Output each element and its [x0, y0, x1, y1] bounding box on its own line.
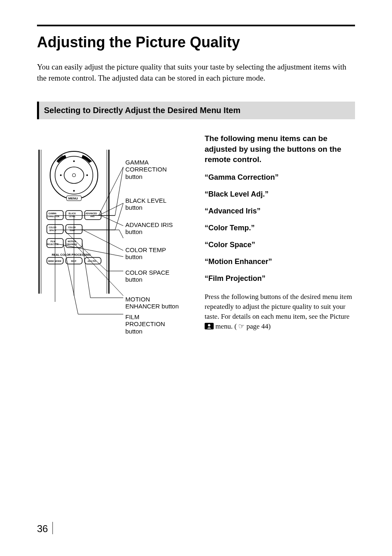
svg-point-10 [60, 174, 62, 176]
remote-illustration: LENS RESET MENU GAMMA CORRECTION BLACK L… [37, 150, 111, 294]
svg-text:RCP: RCP [71, 260, 76, 262]
svg-text:SPACE: SPACE [49, 229, 57, 232]
page-number: 36 [37, 522, 53, 535]
callout-film-projection: FILMPROJECTIONbutton [125, 313, 165, 335]
svg-text:COLOR: COLOR [68, 226, 76, 229]
body-pre: Press the following buttons of the desir… [205, 293, 352, 320]
svg-text:BLACK: BLACK [69, 212, 76, 215]
menu-item-color-temp: “Color Temp.” [205, 224, 355, 232]
svg-text:REAL COLOR PROCESSING: REAL COLOR PROCESSING [52, 253, 91, 256]
svg-line-47 [115, 167, 123, 215]
svg-text:IRIS: IRIS [90, 215, 95, 218]
pointing-hand-icon: ☞ [238, 322, 244, 330]
page-title: Adjusting the Picture Quality [37, 34, 355, 51]
body-paragraph: Press the following buttons of the desir… [205, 292, 355, 331]
menu-item-motion-enhancer: “Motion Enhancer” [205, 257, 355, 266]
svg-point-6 [64, 167, 84, 183]
svg-text:CORRECTION: CORRECTION [47, 215, 59, 218]
menu-item-color-space: “Color Space” [205, 241, 355, 249]
svg-text:COLOR: COLOR [49, 226, 56, 229]
svg-text:TEMP: TEMP [69, 229, 76, 232]
lead-text: The following menu items can be adjusted… [205, 133, 355, 165]
svg-text:ENHANCER: ENHANCER [67, 243, 77, 246]
svg-text:LEVEL: LEVEL [69, 215, 76, 218]
svg-text:WIDE MODE: WIDE MODE [48, 260, 62, 262]
svg-point-11 [86, 174, 88, 176]
callout-advanced-iris: ADVANCED IRISbutton [125, 221, 173, 236]
callout-motion-enhancer: MOTIONENHANCER button [125, 296, 179, 310]
menu-item-advanced-iris: “Advanced Iris” [205, 207, 355, 215]
callout-color-temp: COLOR TEMPbutton [125, 246, 166, 261]
svg-text:PROJECTION: PROJECTION [46, 243, 58, 246]
svg-point-8 [73, 160, 75, 162]
remote-figure: LENS RESET MENU GAMMA CORRECTION BLACK L… [37, 133, 193, 331]
svg-text:FILM: FILM [51, 240, 55, 243]
svg-text:MENU: MENU [68, 197, 78, 200]
callout-color-space: COLOR SPACEbutton [125, 269, 169, 283]
svg-point-67 [208, 324, 210, 327]
callout-gamma: GAMMACORRECTIONbutton [125, 159, 167, 180]
intro-paragraph: You can easily adjust the picture qualit… [37, 62, 355, 83]
svg-line-51 [115, 203, 123, 230]
callout-black-level: BLACK LEVELbutton [125, 197, 166, 211]
svg-text:ADJ PIC: ADJ PIC [88, 260, 97, 262]
section-heading: Selecting to Directly Adjust the Desired… [37, 102, 355, 119]
picture-menu-icon [205, 323, 214, 329]
body-mid: menu. ( [215, 322, 237, 330]
top-rule [37, 25, 355, 26]
svg-text:MOTION: MOTION [68, 240, 76, 243]
menu-item-film-projection: “Film Projection” [205, 274, 355, 283]
svg-line-53 [119, 230, 123, 238]
menu-item-gamma: “Gamma Correction” [205, 173, 355, 182]
svg-text:GAMMA: GAMMA [48, 212, 57, 215]
body-ref: page 44) [247, 322, 271, 330]
menu-item-black-level: “Black Level Adj.” [205, 190, 355, 199]
svg-text:ADVANCED: ADVANCED [85, 212, 97, 215]
svg-point-9 [73, 190, 75, 192]
